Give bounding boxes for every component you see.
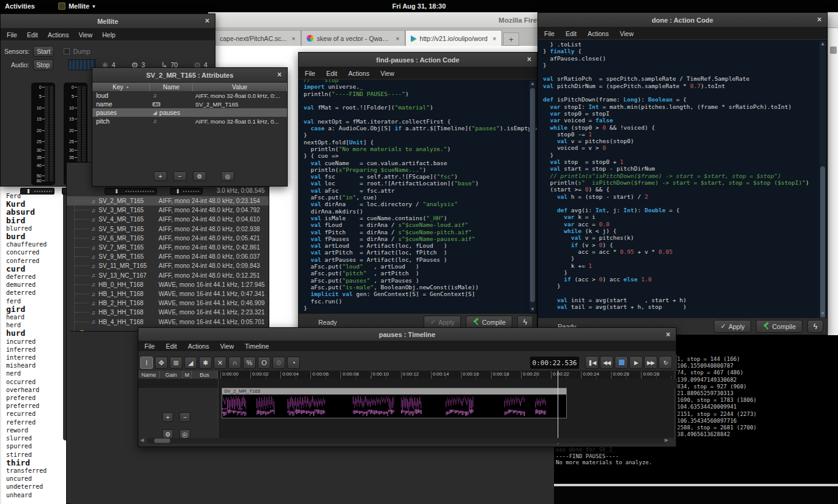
firefox-scroll-strip[interactable] [828, 28, 838, 335]
menu-help[interactable]: Help [102, 31, 116, 39]
timecode-display[interactable]: 0:00:22.536 [530, 357, 579, 369]
attribute-row[interactable]: pitch♫AIFF, mono 32-float 0.1 kHz, 0... [92, 117, 287, 125]
edit-button[interactable]: ⚙ [193, 171, 206, 181]
sensors-start-button[interactable]: Start [33, 46, 54, 57]
column-header-key[interactable]: Key▲ [92, 83, 150, 91]
knob-widget[interactable]: ◔ [287, 357, 300, 369]
timeline-titlebar[interactable]: pauses : Timeline × [138, 328, 676, 341]
audio-stop-button[interactable]: Stop [33, 59, 53, 70]
compile-button[interactable]: Compile [756, 320, 802, 333]
menu-actions[interactable]: Actions [588, 30, 608, 37]
new-tab-button[interactable]: + [503, 32, 519, 46]
menu-view[interactable]: View [619, 30, 634, 37]
close-icon[interactable]: × [817, 15, 821, 24]
file-row[interactable]: ♫SV_7_MR_T165AIFF, mono 24-int 48.0 kHz,… [67, 243, 269, 252]
file-row[interactable]: ♫SV_9_MR_T165AIFF, mono 24-int 48.0 kHz,… [67, 252, 269, 261]
scroll-left-icon[interactable]: ◀ [140, 437, 144, 443]
wrench-tool[interactable]: ⚙ [272, 357, 285, 369]
tab-close-icon[interactable]: × [291, 35, 295, 42]
close-icon[interactable]: × [205, 17, 209, 25]
record-tool[interactable]: O [258, 357, 271, 369]
fade-tool[interactable]: ◢ [184, 357, 197, 369]
dump-checkbox[interactable] [64, 48, 70, 54]
menu-file[interactable]: File [305, 70, 315, 77]
menu-actions[interactable]: Actions [188, 343, 209, 350]
file-row[interactable]: ♫HB_1_HH_T168WAVE, mono 16-int 44.1 kHz,… [67, 289, 269, 298]
apply-button[interactable]: ✓ Apply [424, 316, 461, 328]
column-header-value[interactable]: Value [193, 83, 287, 91]
add-track-button[interactable]: + [162, 412, 173, 422]
stop-button[interactable] [615, 356, 628, 369]
close-icon[interactable]: × [277, 70, 282, 79]
file-row[interactable]: ♫SV_13_NC_T167AIFF, mono 24-int 48.0 kHz… [67, 271, 269, 280]
menu-view[interactable]: View [380, 70, 394, 77]
menu-actions[interactable]: Actions [348, 70, 369, 77]
menu-file[interactable]: File [544, 30, 555, 37]
meter-gain-slider[interactable] [20, 188, 54, 195]
compile-button[interactable]: Compile [466, 316, 512, 328]
tab-close-icon[interactable]: × [492, 35, 496, 42]
file-row[interactable]: ♫HB_0_HH_T168WAVE, mono 16-int 44.1 kHz,… [67, 280, 269, 289]
scrollbar[interactable]: ▲ ▼ [820, 41, 826, 316]
scrollbar[interactable]: ▲ ▼ [529, 81, 536, 312]
file-row[interactable]: ♫SV_6_MR_T165AIFF, mono 24-int 48.0 kHz,… [67, 234, 269, 243]
loop-button[interactable]: ↻ [659, 356, 672, 369]
mute-tool[interactable]: ✕ [214, 357, 226, 369]
file-row[interactable]: ♫SV_3_MR_T165AIFF, mono 24-int 48.0 kHz,… [67, 206, 269, 215]
attribute-row[interactable]: pauses◢pauses [92, 108, 287, 117]
text-tool[interactable]: I [140, 357, 153, 369]
find-pauses-titlebar[interactable]: find-pauses : Action Code × [299, 53, 537, 67]
fast-forward-button[interactable]: ▶▶ [644, 356, 657, 369]
menu-view[interactable]: View [78, 31, 92, 39]
hand-tool[interactable]: ✥ [155, 357, 168, 369]
add-button[interactable]: + [154, 171, 167, 181]
file-row[interactable]: ♫HB_4_HH_T168WAVE, mono 16-int 44.1 kHz,… [67, 317, 269, 327]
attribute-row[interactable]: loud♫AIFF, mono 32-float 0.0 kHz, 0:... [92, 91, 287, 100]
done-titlebar[interactable]: done : Action Code × [538, 13, 827, 28]
file-row[interactable]: ♫SV_2_MR_T165AIFF, mono 24-int 48.0 kHz,… [67, 196, 269, 206]
file-gain-slider[interactable] [105, 188, 157, 195]
file-row[interactable]: ♫HB_2_HH_T168WAVE, mono 16-int 44.1 kHz,… [67, 298, 269, 308]
menu-timeline[interactable]: Timeline [245, 343, 269, 350]
rewind-button[interactable]: ◀◀ [600, 356, 613, 369]
link-tool[interactable]: % [243, 357, 256, 369]
attributes-titlebar[interactable]: SV_2_MR_T165 : Attributes × [92, 68, 287, 83]
menu-edit[interactable]: Edit [326, 70, 337, 77]
audio-region[interactable]: SV_2_MR_T165 [222, 388, 567, 418]
file-row[interactable]: ♫SV_11_MR_T165AIFF, mono 24-int 48.0 kHz… [67, 261, 269, 270]
menu-file[interactable]: File [144, 343, 155, 350]
time-ruler[interactable]: 0:00:000:00:020:00:040:00:060:00:080:00:… [218, 371, 674, 379]
run-button[interactable]: ϟ [517, 316, 533, 328]
browser-tab[interactable]: http://v21.io/oulipo/word× [405, 30, 502, 46]
remove-track-button[interactable]: − [179, 412, 190, 422]
play-button[interactable]: ▶ [629, 356, 643, 369]
file-row[interactable]: ♫HB_3_HH_T168WAVE, mono 16-int 44.1 kHz,… [67, 308, 269, 317]
patch-tool[interactable]: ✱ [199, 357, 212, 369]
menu-file[interactable]: File [7, 31, 17, 39]
go-to-start-button[interactable]: ❚◀ [585, 356, 599, 369]
apply-button[interactable]: ✓ Apply [714, 320, 751, 333]
code-editor[interactable]: } .toList} finally { afPauses.close()} v… [538, 40, 827, 317]
clock[interactable]: Fri Aug 31, 18:30 [0, 2, 838, 10]
browser-tab[interactable]: skew of a vector - Qwan...× [301, 30, 405, 46]
tab-close-icon[interactable]: × [395, 35, 399, 42]
file-row[interactable]: ♫SV_5_MR_T165AIFF, mono 24-int 48.0 kHz,… [67, 224, 269, 234]
audition-tool[interactable]: ∩ [228, 357, 241, 369]
menu-edit[interactable]: Edit [566, 30, 577, 37]
column-header-name[interactable]: Name [150, 83, 193, 91]
browser-tab[interactable]: cape-next/PitchAC.sc...× [214, 30, 301, 46]
scroll-right-icon[interactable]: ▶ [665, 437, 668, 443]
trim-tool[interactable]: ⊞ [170, 357, 182, 369]
view-button[interactable]: ◎ [221, 171, 234, 181]
menu-actions[interactable]: Actions [48, 31, 69, 39]
menu-view[interactable]: View [220, 343, 234, 350]
file-row[interactable]: ♫SV_4_MR_T165AIFF, mono 24-int 48.0 kHz,… [67, 215, 269, 224]
menu-edit[interactable]: Edit [27, 31, 38, 39]
remove-button[interactable]: − [173, 171, 187, 181]
code-editor[interactable]: // stopimport universe._println("----FIN… [299, 80, 537, 313]
file-gain-slider[interactable] [170, 188, 203, 195]
horizontal-scrollbar[interactable]: ◀ ▶ [147, 438, 667, 443]
close-icon[interactable]: × [666, 330, 670, 339]
playhead[interactable] [558, 371, 558, 444]
attribute-row[interactable]: nameAnSV_2_MR_T165 [92, 100, 287, 108]
